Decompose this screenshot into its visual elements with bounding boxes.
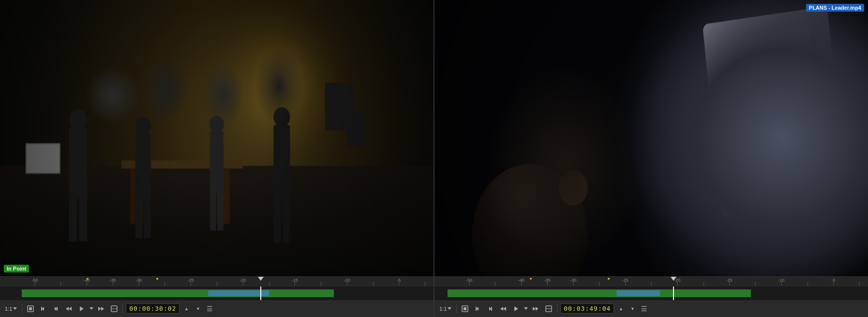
left-scale-chevron-icon	[13, 307, 17, 310]
left-timeline-area[interactable]: -50 -40 -35 -30 -25 -20 -15 -10 -5	[0, 276, 434, 300]
left-ruler-ticks: -50 -40 -35 -30 -25 -20 -15 -10 -5	[0, 277, 434, 287]
left-video-frame: In Point	[0, 0, 434, 276]
left-viewer-panel: In Point -50 -40 -35 -30 -25 -20 -15 -10…	[0, 0, 434, 317]
svg-rect-18	[491, 307, 492, 311]
left-ruler[interactable]: -50 -40 -35 -30 -25 -20 -15 -10 -5	[0, 277, 434, 287]
left-timecode[interactable]: 00:00:30:02	[126, 303, 180, 314]
right-play-btn[interactable]	[511, 303, 522, 314]
left-frame-icon-btn[interactable]	[25, 303, 36, 314]
left-timecode-up-btn[interactable]: ▲	[181, 303, 191, 314]
right-scale-chevron-icon	[448, 307, 451, 310]
svg-marker-10	[101, 307, 104, 311]
svg-rect-3	[41, 307, 42, 311]
right-menu-btn[interactable]: ☰	[639, 303, 649, 314]
right-blue-clip	[616, 290, 660, 296]
left-fastforward-btn[interactable]	[95, 303, 107, 314]
right-timeline-track[interactable]	[434, 287, 868, 300]
svg-marker-7	[69, 307, 72, 311]
right-video-frame: PLANS - Leader.mp4	[434, 0, 868, 276]
right-file-label: PLANS - Leader.mp4	[806, 4, 864, 12]
right-step-back-btn[interactable]	[472, 303, 483, 314]
svg-rect-14	[464, 307, 466, 310]
left-rewind-btn[interactable]	[63, 303, 75, 314]
right-ruler[interactable]: -50 -40 -35 -30 -25 -20 -15 -10 -5	[434, 277, 868, 287]
right-scale-dropdown[interactable]: 1:1	[437, 305, 453, 313]
right-video-area: PLANS - Leader.mp4	[434, 0, 868, 276]
right-controls-bar: 1:1 00:03:49:04 ▲ ▼ ☰	[434, 300, 868, 317]
right-timeline-area[interactable]: -50 -40 -35 -30 -25 -20 -15 -10 -5	[434, 276, 868, 300]
sep4	[557, 304, 557, 314]
left-menu-btn[interactable]: ☰	[205, 303, 215, 314]
right-play-dropdown-icon[interactable]	[524, 307, 528, 310]
right-fastforward-btn[interactable]	[530, 303, 541, 314]
right-step-forward-btn[interactable]	[485, 303, 495, 314]
sep1	[22, 304, 22, 314]
right-orange-marker	[530, 278, 532, 280]
svg-marker-6	[66, 307, 69, 311]
right-playhead-triangle	[671, 277, 676, 281]
left-yellow-marker	[156, 278, 158, 280]
right-waveform	[448, 289, 751, 297]
right-ruler-ticks: -50 -40 -35 -30 -25 -20 -15 -10 -5	[434, 277, 868, 287]
left-controls-bar: 1:1 00:00:30:02 ▲ ▼ ☰	[0, 300, 434, 317]
in-point-label: In Point	[4, 265, 29, 272]
left-step-forward-btn[interactable]	[50, 303, 61, 314]
left-timecode-down-btn[interactable]: ▼	[193, 303, 203, 314]
right-playhead	[673, 287, 674, 300]
right-frame-icon-btn[interactable]	[460, 303, 470, 314]
svg-marker-20	[503, 307, 506, 311]
left-scale-label: 1:1	[5, 306, 12, 312]
sep2	[122, 304, 123, 314]
svg-rect-1	[29, 307, 32, 310]
svg-rect-5	[57, 307, 58, 311]
sep3	[456, 304, 457, 314]
left-play-dropdown-icon[interactable]	[90, 307, 93, 310]
left-step-back-btn[interactable]	[38, 303, 48, 314]
right-timecode-down-btn[interactable]: ▼	[628, 303, 637, 314]
svg-marker-9	[98, 307, 101, 311]
left-waveform	[22, 289, 334, 297]
left-trim-btn[interactable]	[109, 303, 120, 314]
right-timecode-up-btn[interactable]: ▲	[616, 303, 626, 314]
svg-rect-16	[476, 307, 477, 311]
left-playhead	[260, 287, 261, 300]
right-trim-btn[interactable]	[543, 303, 554, 314]
left-play-btn[interactable]	[76, 303, 87, 314]
svg-marker-8	[80, 306, 84, 311]
svg-marker-22	[533, 307, 536, 311]
left-video-area: In Point	[0, 0, 434, 276]
svg-marker-21	[514, 306, 518, 311]
svg-marker-19	[500, 307, 503, 311]
svg-marker-23	[536, 307, 539, 311]
left-timeline-track[interactable]	[0, 287, 434, 300]
left-scale-dropdown[interactable]: 1:1	[3, 305, 19, 313]
right-viewer-panel: PLANS - Leader.mp4 -50 -40 -35 -30 -25 -…	[434, 0, 868, 317]
right-yellow-marker	[608, 278, 610, 280]
right-timecode[interactable]: 00:03:49:04	[560, 303, 614, 314]
right-rewind-btn[interactable]	[497, 303, 509, 314]
right-scale-label: 1:1	[439, 306, 447, 312]
left-playhead-triangle	[258, 277, 264, 281]
